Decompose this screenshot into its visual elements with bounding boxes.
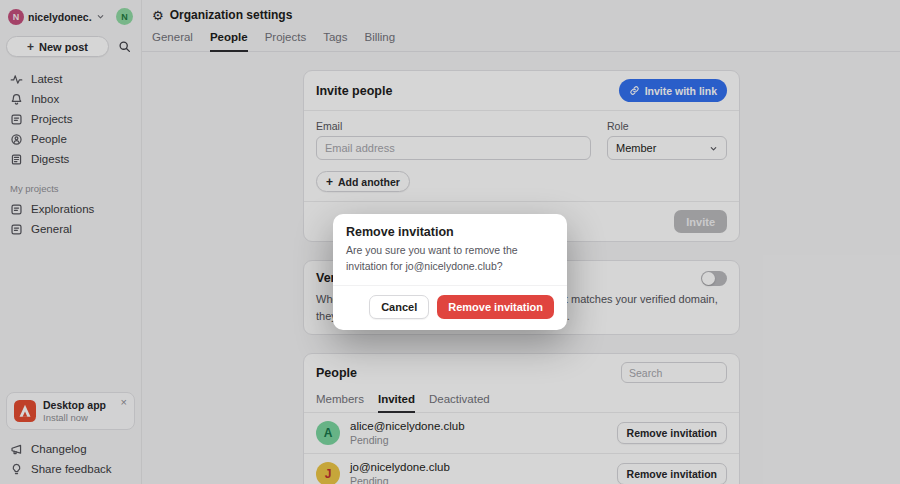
modal-title: Remove invitation (346, 225, 554, 239)
remove-invitation-modal: Remove invitation Are you sure you want … (333, 214, 567, 330)
confirm-remove-invitation-button[interactable]: Remove invitation (437, 295, 554, 319)
modal-body-text: Are you sure you want to remove the invi… (346, 243, 554, 275)
cancel-button[interactable]: Cancel (369, 295, 429, 319)
app-root: N nicelydonec... N + New post Latest Inb… (0, 0, 900, 484)
modal-footer: Cancel Remove invitation (333, 285, 567, 330)
